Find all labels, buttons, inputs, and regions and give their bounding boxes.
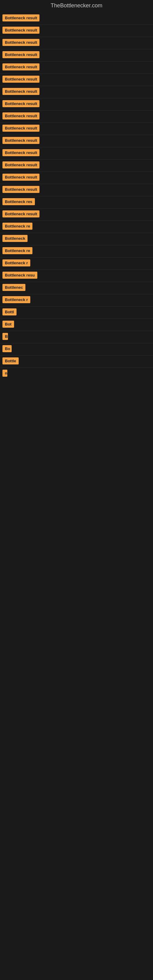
list-item: Bottleneck result: [2, 137, 151, 145]
list-item: Bottleneck result: [2, 39, 151, 47]
row-divider: [0, 123, 153, 123]
row-divider: [0, 318, 153, 319]
row-divider: [0, 172, 153, 172]
row-divider: [0, 135, 153, 135]
bottleneck-badge: Bottleneck result: [2, 64, 40, 70]
list-item: Bottleneck result: [2, 149, 151, 158]
bottleneck-badge: Bottleneck result: [2, 149, 40, 156]
list-item: n: [2, 370, 151, 378]
list-item: Bottleneck result: [2, 27, 151, 35]
row-divider: [0, 269, 153, 270]
bottleneck-badge: Bottleneck result: [2, 51, 40, 58]
bottleneck-badge: Bottleneck re: [2, 247, 32, 254]
bottleneck-badge: Bottleneck: [2, 235, 27, 242]
bottleneck-badge: Bottleneck result: [2, 88, 40, 95]
row-divider: [0, 294, 153, 294]
row-divider: [0, 86, 153, 86]
bottleneck-badge: Bottleneck result: [2, 210, 40, 218]
row-divider: [0, 110, 153, 111]
bottleneck-badge: Bottle: [2, 357, 19, 364]
list-item: Bottl: [2, 309, 151, 317]
list-item: Bottleneck: [2, 235, 151, 243]
bottleneck-badge: Bottleneck result: [2, 186, 40, 193]
row-divider: [0, 306, 153, 307]
list-item: Bottleneck result: [2, 210, 151, 219]
bottleneck-badge: Bottleneck result: [2, 173, 40, 181]
bottleneck-badge: Bot: [2, 321, 14, 328]
list-item: Bo: [2, 345, 151, 353]
bottleneck-badge: Bottleneck result: [2, 39, 40, 46]
row-divider: [0, 147, 153, 147]
site-title: TheBottlenecker.com: [0, 0, 153, 10]
list-item: Bottleneck result: [2, 14, 151, 23]
bottleneck-badge: Bottlenec: [2, 284, 26, 291]
bottleneck-badge: Bottl: [2, 309, 16, 315]
list-item: Bottleneck result: [2, 100, 151, 108]
row-divider: [0, 331, 153, 331]
list-item: Bottleneck result: [2, 76, 151, 84]
bottleneck-badge: Bottleneck result: [2, 27, 40, 34]
bottleneck-badge: Bottleneck result: [2, 137, 40, 144]
list-item: Bottleneck res: [2, 198, 151, 207]
bottleneck-badge: Bo: [2, 345, 12, 352]
list-item: Bottleneck re: [2, 247, 151, 255]
bottleneck-badge: Bottleneck result: [2, 112, 40, 119]
list-item: Bottle: [2, 357, 151, 366]
bottleneck-badge: Bottleneck result: [2, 76, 40, 83]
row-divider: [0, 368, 153, 368]
list-item: Bottleneck result: [2, 64, 151, 72]
bottleneck-badge: Bottleneck res: [2, 198, 35, 205]
list-item: Bot: [2, 321, 151, 329]
list-item: Bottleneck r: [2, 259, 151, 268]
row-divider: [0, 208, 153, 208]
items-container: Bottleneck resultBottleneck resultBottle…: [0, 10, 153, 382]
bottleneck-badge: Bottleneck r: [2, 259, 30, 266]
bottleneck-badge: Bottleneck result: [2, 14, 40, 21]
list-item: Bottleneck result: [2, 186, 151, 194]
bottleneck-badge: Bottleneck result: [2, 125, 40, 132]
bottleneck-badge: B: [2, 333, 8, 340]
row-divider: [0, 184, 153, 184]
row-divider: [0, 73, 153, 74]
row-divider: [0, 24, 153, 25]
list-item: B: [2, 333, 151, 341]
bottleneck-badge: Bottleneck r: [2, 296, 30, 303]
row-divider: [0, 245, 153, 245]
list-item: Bottleneck result: [2, 51, 151, 59]
list-item: Bottleneck result: [2, 173, 151, 182]
row-divider: [0, 233, 153, 233]
list-item: Bottleneck resu: [2, 272, 151, 280]
list-item: Bottleneck result: [2, 112, 151, 121]
list-item: Bottleneck r: [2, 296, 151, 304]
list-item: Bottleneck result: [2, 88, 151, 96]
site-header: TheBottlenecker.com: [0, 0, 153, 10]
row-divider: [0, 196, 153, 196]
bottleneck-badge: Bottleneck re: [2, 223, 32, 230]
row-divider: [0, 355, 153, 356]
row-divider: [0, 257, 153, 258]
bottleneck-badge: Bottleneck result: [2, 100, 40, 107]
row-divider: [0, 49, 153, 49]
bottleneck-badge: Bottleneck result: [2, 161, 40, 169]
bottleneck-badge: Bottleneck resu: [2, 272, 37, 279]
list-item: Bottleneck re: [2, 223, 151, 231]
list-item: Bottleneck result: [2, 161, 151, 170]
list-item: Bottlenec: [2, 284, 151, 292]
list-item: Bottleneck result: [2, 125, 151, 133]
row-divider: [0, 61, 153, 62]
bottleneck-badge: n: [2, 370, 7, 377]
